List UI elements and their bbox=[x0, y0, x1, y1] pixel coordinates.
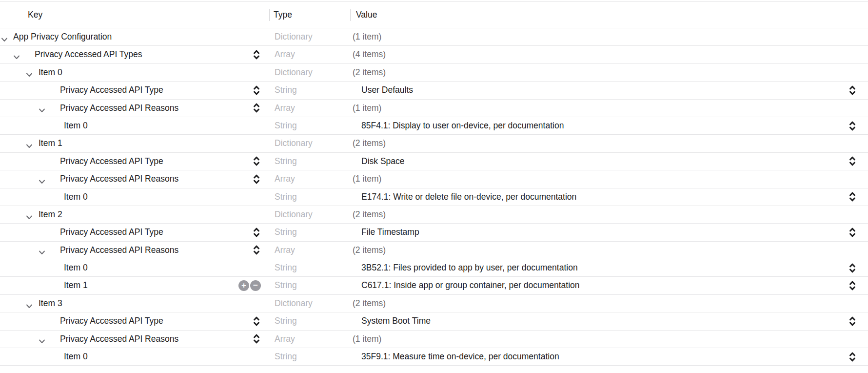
value-chevron-up-down-icon[interactable] bbox=[849, 121, 856, 131]
value-chevron-up-down-icon[interactable] bbox=[849, 85, 856, 96]
value-label[interactable]: (1 item) bbox=[353, 28, 381, 45]
disclosure-chevron-down-icon[interactable] bbox=[39, 177, 45, 182]
value-chevron-up-down-icon[interactable] bbox=[849, 316, 856, 327]
value-label[interactable]: (2 items) bbox=[353, 206, 386, 223]
value-chevron-up-down-icon[interactable] bbox=[849, 280, 856, 291]
disclosure-chevron-down-icon[interactable] bbox=[26, 213, 33, 217]
key-chevron-up-down-icon[interactable] bbox=[253, 227, 260, 238]
plist-row[interactable]: Privacy Accessed API TypesArray(4 items) bbox=[0, 46, 868, 63]
type-label[interactable]: Dictionary bbox=[275, 28, 313, 45]
type-label[interactable]: String bbox=[275, 82, 297, 99]
plist-row[interactable]: Privacy Accessed API ReasonsArray(2 item… bbox=[0, 242, 868, 259]
value-label[interactable]: E174.1: Write or delete file on-device, … bbox=[361, 188, 576, 206]
plist-row[interactable]: Item 2Dictionary(2 items) bbox=[0, 206, 868, 224]
key-label[interactable]: Item 2 bbox=[39, 206, 62, 223]
type-label[interactable]: Array bbox=[275, 100, 295, 117]
key-chevron-up-down-icon[interactable] bbox=[253, 316, 260, 327]
type-label[interactable]: Dictionary bbox=[275, 135, 313, 152]
value-label[interactable]: User Defaults bbox=[361, 82, 413, 99]
plist-row[interactable]: Item 0Dictionary(2 items) bbox=[0, 64, 868, 82]
value-label[interactable]: (2 items) bbox=[353, 242, 386, 259]
key-label[interactable]: Item 0 bbox=[64, 117, 88, 134]
plist-row[interactable]: Item 1+−StringC617.1: Inside app or grou… bbox=[0, 277, 868, 294]
value-label[interactable]: (2 items) bbox=[353, 295, 386, 312]
value-chevron-up-down-icon[interactable] bbox=[849, 263, 856, 273]
key-chevron-up-down-icon[interactable] bbox=[253, 85, 260, 96]
plist-row[interactable]: Item 3Dictionary(2 items) bbox=[0, 295, 868, 312]
key-label[interactable]: Item 0 bbox=[39, 64, 62, 81]
plist-row[interactable]: App Privacy ConfigurationDictionary(1 it… bbox=[0, 28, 868, 46]
plist-row[interactable]: Item 0String85F4.1: Display to user on-d… bbox=[0, 117, 868, 135]
value-label[interactable]: (1 item) bbox=[353, 331, 381, 348]
type-label[interactable]: Dictionary bbox=[275, 295, 313, 312]
value-label[interactable]: 3B52.1: Files provided to app by user, p… bbox=[361, 259, 578, 276]
value-label[interactable]: 85F4.1: Display to user on-device, per d… bbox=[361, 117, 564, 134]
disclosure-chevron-down-icon[interactable] bbox=[39, 248, 45, 252]
column-divider[interactable] bbox=[269, 9, 270, 21]
value-label[interactable]: Disk Space bbox=[361, 153, 405, 170]
plist-row[interactable]: Privacy Accessed API ReasonsArray(1 item… bbox=[0, 170, 868, 188]
key-label[interactable]: Item 1 bbox=[64, 277, 88, 294]
type-label[interactable]: String bbox=[275, 117, 297, 134]
key-chevron-up-down-icon[interactable] bbox=[253, 103, 260, 113]
key-label[interactable]: Privacy Accessed API Type bbox=[60, 312, 163, 330]
key-chevron-up-down-icon[interactable] bbox=[253, 174, 260, 185]
plist-row[interactable]: Item 0String35F9.1: Measure time on-devi… bbox=[0, 348, 868, 366]
key-label[interactable]: Item 1 bbox=[39, 135, 62, 152]
plist-row[interactable]: Item 1Dictionary(2 items) bbox=[0, 135, 868, 152]
key-label[interactable]: Privacy Accessed API Type bbox=[60, 153, 163, 170]
value-label[interactable]: (1 item) bbox=[353, 100, 381, 117]
plist-row[interactable]: Privacy Accessed API TypeStringFile Time… bbox=[0, 224, 868, 241]
type-label[interactable]: Array bbox=[275, 170, 295, 187]
type-label[interactable]: String bbox=[275, 348, 297, 365]
key-label[interactable]: Item 3 bbox=[39, 295, 62, 312]
key-chevron-up-down-icon[interactable] bbox=[253, 245, 260, 255]
value-chevron-up-down-icon[interactable] bbox=[849, 352, 856, 362]
disclosure-chevron-down-icon[interactable] bbox=[1, 35, 8, 40]
type-label[interactable]: Array bbox=[275, 46, 295, 63]
plist-row[interactable]: Privacy Accessed API TypeStringDisk Spac… bbox=[0, 153, 868, 170]
type-label[interactable]: String bbox=[275, 188, 297, 206]
value-label[interactable]: (2 items) bbox=[353, 135, 386, 152]
disclosure-chevron-down-icon[interactable] bbox=[13, 53, 20, 57]
plist-row[interactable]: Privacy Accessed API TypeStringUser Defa… bbox=[0, 82, 868, 99]
key-label[interactable]: Privacy Accessed API Reasons bbox=[60, 170, 178, 187]
type-label[interactable]: String bbox=[275, 259, 297, 276]
value-chevron-up-down-icon[interactable] bbox=[849, 156, 856, 166]
type-label[interactable]: Array bbox=[275, 331, 295, 348]
key-label[interactable]: Privacy Accessed API Type bbox=[60, 82, 163, 99]
value-chevron-up-down-icon[interactable] bbox=[849, 191, 856, 202]
type-label[interactable]: Dictionary bbox=[275, 64, 313, 81]
key-label[interactable]: Item 0 bbox=[64, 348, 88, 365]
key-label[interactable]: Item 0 bbox=[64, 188, 88, 206]
value-chevron-up-down-icon[interactable] bbox=[849, 227, 856, 238]
value-label[interactable]: (1 item) bbox=[353, 170, 381, 187]
disclosure-chevron-down-icon[interactable] bbox=[39, 106, 45, 110]
disclosure-chevron-down-icon[interactable] bbox=[39, 337, 45, 341]
key-label[interactable]: Privacy Accessed API Type bbox=[60, 224, 163, 241]
plist-row[interactable]: Privacy Accessed API ReasonsArray(1 item… bbox=[0, 100, 868, 117]
key-label[interactable]: Privacy Accessed API Types bbox=[35, 46, 142, 63]
plist-row[interactable]: Privacy Accessed API ReasonsArray(1 item… bbox=[0, 331, 868, 348]
key-label[interactable]: Privacy Accessed API Reasons bbox=[60, 242, 178, 259]
type-label[interactable]: String bbox=[275, 312, 297, 330]
key-label[interactable]: Privacy Accessed API Reasons bbox=[60, 100, 178, 117]
disclosure-chevron-down-icon[interactable] bbox=[26, 70, 33, 75]
plist-row[interactable]: Privacy Accessed API TypeStringSystem Bo… bbox=[0, 312, 868, 330]
disclosure-chevron-down-icon[interactable] bbox=[26, 302, 33, 306]
type-label[interactable]: String bbox=[275, 277, 297, 294]
value-label[interactable]: System Boot Time bbox=[361, 312, 431, 330]
type-label[interactable]: Dictionary bbox=[275, 206, 313, 223]
disclosure-chevron-down-icon[interactable] bbox=[26, 142, 33, 146]
plist-row[interactable]: Item 0String3B52.1: Files provided to ap… bbox=[0, 259, 868, 277]
add-row-button[interactable]: + bbox=[238, 280, 249, 291]
remove-row-button[interactable]: − bbox=[250, 280, 261, 291]
key-label[interactable]: App Privacy Configuration bbox=[13, 28, 112, 45]
value-label[interactable]: 35F9.1: Measure time on-device, per docu… bbox=[361, 348, 559, 365]
type-label[interactable]: String bbox=[275, 224, 297, 241]
value-label[interactable]: File Timestamp bbox=[361, 224, 419, 241]
key-label[interactable]: Item 0 bbox=[64, 259, 88, 276]
key-label[interactable]: Privacy Accessed API Reasons bbox=[60, 331, 178, 348]
value-label[interactable]: C617.1: Inside app or group container, p… bbox=[361, 277, 580, 294]
value-label[interactable]: (2 items) bbox=[353, 64, 386, 81]
